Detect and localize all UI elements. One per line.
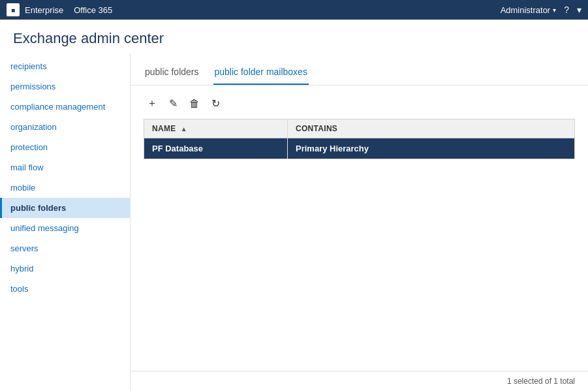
refresh-icon: ↻	[211, 97, 220, 110]
settings-button[interactable]: ▾	[577, 5, 581, 15]
admin-caret: ▾	[553, 7, 556, 14]
delete-icon: 🗑	[189, 98, 200, 110]
sidebar-item-mobile[interactable]: mobile	[0, 178, 130, 198]
sidebar: recipientspermissionscompliance manageme…	[0, 54, 131, 391]
topbar-brand: Enterprise Office 365	[25, 5, 501, 15]
help-button[interactable]: ?	[564, 5, 569, 15]
table-body: PF DatabasePrimary Hierarchy	[144, 138, 575, 159]
delete-button[interactable]: 🗑	[186, 96, 203, 112]
tabs-bar: public folderspublic folder mailboxes	[131, 54, 588, 86]
sidebar-item-recipients[interactable]: recipients	[0, 56, 130, 76]
enterprise-link[interactable]: Enterprise	[25, 5, 63, 15]
page-title: Exchange admin center	[13, 30, 164, 46]
sidebar-item-hybrid[interactable]: hybrid	[0, 258, 130, 279]
topbar: ■ Enterprise Office 365 Administrator ▾ …	[0, 0, 588, 20]
col-header-name[interactable]: NAME ▲	[144, 119, 288, 138]
refresh-button[interactable]: ↻	[208, 95, 223, 112]
sidebar-item-unified-messaging[interactable]: unified messaging	[0, 218, 130, 238]
sidebar-item-compliance-management[interactable]: compliance management	[0, 97, 130, 117]
app-logo: ■	[7, 3, 20, 16]
admin-label: Administrator	[501, 5, 551, 15]
table-container: NAME ▲CONTAINS PF DatabasePrimary Hierar…	[131, 119, 588, 371]
edit-icon: ✎	[169, 97, 178, 110]
table-head: NAME ▲CONTAINS	[144, 119, 575, 138]
help-icon: ?	[564, 5, 569, 15]
data-table: NAME ▲CONTAINS PF DatabasePrimary Hierar…	[144, 119, 575, 159]
sidebar-item-protection[interactable]: protection	[0, 137, 130, 157]
table-header-row: NAME ▲CONTAINS	[144, 119, 575, 138]
col-header-contains: CONTAINS	[288, 119, 575, 138]
cell-name: PF Database	[144, 138, 288, 159]
admin-menu[interactable]: Administrator ▾	[501, 5, 557, 15]
content-area: public folderspublic folder mailboxes ＋ …	[131, 54, 588, 391]
sidebar-item-permissions[interactable]: permissions	[0, 76, 130, 97]
sidebar-item-organization[interactable]: organization	[0, 117, 130, 137]
status-text: 1 selected of 1 total	[507, 377, 575, 386]
sidebar-item-tools[interactable]: tools	[0, 279, 130, 299]
sidebar-item-public-folders[interactable]: public folders	[0, 198, 130, 218]
add-icon: ＋	[147, 97, 157, 110]
tab-public-folder-mailboxes-tab[interactable]: public folder mailboxes	[213, 63, 309, 85]
sidebar-item-mail-flow[interactable]: mail flow	[0, 157, 130, 178]
topbar-right: Administrator ▾ ? ▾	[501, 5, 581, 15]
sort-arrow-name: ▲	[179, 125, 187, 133]
tab-public-folders-tab[interactable]: public folders	[144, 63, 200, 85]
sidebar-item-servers[interactable]: servers	[0, 238, 130, 258]
statusbar: 1 selected of 1 total	[131, 371, 588, 391]
office365-link[interactable]: Office 365	[74, 5, 112, 15]
edit-button[interactable]: ✎	[166, 95, 181, 112]
settings-icon: ▾	[577, 5, 581, 15]
cell-contains: Primary Hierarchy	[288, 138, 575, 159]
table-row[interactable]: PF DatabasePrimary Hierarchy	[144, 138, 575, 159]
add-button[interactable]: ＋	[144, 95, 161, 112]
toolbar: ＋ ✎ 🗑 ↻	[131, 86, 588, 119]
page-header: Exchange admin center	[0, 20, 588, 54]
main-layout: recipientspermissionscompliance manageme…	[0, 54, 588, 391]
